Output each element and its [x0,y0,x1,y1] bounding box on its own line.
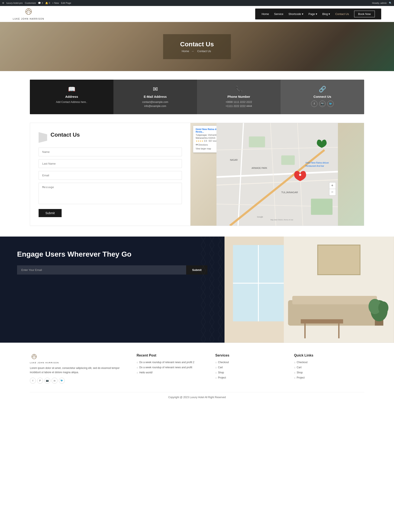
svg-text:Restaurant And bar: Restaurant And bar [306,165,324,167]
email-title: E-Mail Address [118,95,193,98]
email-input[interactable] [39,171,182,180]
hero-title: Contact Us [180,41,214,48]
recent-post-heading: Recent Post [137,354,207,357]
contact-form-heading: Contact Us [51,132,80,138]
site-header: LUKE JOHN HARRISON Home Service Shortcod… [0,6,394,22]
wp-icon[interactable]: ⚙ [2,2,4,5]
services-heading: Services [215,354,285,357]
footer-recent-post: Recent Post Do a week roundup of relevan… [137,354,207,384]
phone-text: +0000 1111 2222 2222 +1111 2222 2222 444… [201,100,276,108]
nav-service[interactable]: Service [274,12,283,16]
social-title: Connect Us [285,95,360,98]
service-item-cart: Cart [215,366,285,369]
svg-rect-13 [281,155,295,165]
contact-social-item: 🔗 Connect Us f 📷 🐦 [280,80,364,114]
breadcrumb-home[interactable]: Home [182,49,189,53]
contact-phone-item: 📞 Phone Number +0000 1111 2222 2222 +111… [197,80,280,114]
footer-linkedin-icon[interactable]: in [52,378,57,384]
quick-link-project: Project [294,376,364,379]
svg-text:TULJAINAGAR: TULJAINAGAR [281,191,298,194]
map-placeholder: ARWADE PARK TULJAINAGAR NAGAR Hotel New … [190,123,364,226]
recent-post-item-2: Do a week roundup of relevant news and p… [137,366,207,369]
facebook-icon[interactable]: f [311,101,317,107]
hero-content: Contact Us Home → Contact Us [163,34,231,59]
twitter-icon[interactable]: 🐦 [327,101,334,107]
svg-text:NAGAR: NAGAR [230,159,238,161]
hero-breadcrumb: Home → Contact Us [180,49,214,53]
lastname-input[interactable] [39,159,182,168]
contact-submit-button[interactable]: Submit [39,209,62,217]
recent-post-item-1: Do a week roundup of relevant news and p… [137,361,207,364]
nav-blog[interactable]: Blog ▾ [322,12,330,16]
logo[interactable]: LUKE JOHN HARRISON [13,8,44,20]
breadcrumb-current: Contact Us [197,49,211,53]
edit-page-link[interactable]: Edit Page [61,2,71,4]
contact-address-item: 📖 Address Add Contact Address here.. [30,80,114,114]
new-link[interactable]: + New [52,2,59,4]
svg-rect-34 [318,245,360,275]
notifications-link[interactable]: 🔔 0 [45,2,50,5]
svg-rect-12 [249,137,265,148]
phone-icon: 📞 [201,86,276,93]
nav-home[interactable]: Home [262,12,269,16]
footer-about-text: Lorem ipsum dolor sit amet, consectetur … [30,366,128,375]
site-link[interactable]: luxury-hotel-pro [6,2,23,4]
logo-icon [23,8,34,18]
social-icons-group: f 📷 🐦 [285,101,360,107]
book-now-button[interactable]: Book Now [354,11,375,17]
email-text: contact@example.com info@example.com [118,100,193,108]
recent-post-list: Do a week roundup of relevant news and p… [137,361,207,374]
admin-search-icon[interactable]: 🔍 [389,2,392,5]
message-input[interactable] [39,183,182,204]
nav-page[interactable]: Page ▾ [309,12,317,16]
contact-form-area: Contact Us Submit [30,123,190,226]
service-item-project: Project [215,376,285,379]
service-item-shop: Shop [215,371,285,374]
nav-contact[interactable]: Contact Us [335,12,349,16]
svg-text:+: + [331,183,333,188]
svg-point-43 [378,301,389,314]
recent-post-item-3: Hello world! [137,371,207,374]
contact-email-item: ✉ E-Mail Address contact@example.com inf… [114,80,197,114]
breadcrumb-separator: → [191,49,195,53]
footer-facebook-icon[interactable]: f [30,378,36,384]
quick-link-cart: Cart [294,366,364,369]
name-input[interactable] [39,148,182,156]
footer-quick-links: Quick Links Checkout Cart Shop Project [294,354,364,384]
share-icon: 🔗 [285,86,360,93]
svg-text:ARWADE PARK: ARWADE PARK [252,167,267,170]
footer-social-icons: f P 📷 in 🐦 [30,378,128,384]
nav-shortcode[interactable]: Shortcode ▾ [289,12,303,16]
svg-text:Map data ©2023 | Terms of Use: Map data ©2023 | Terms of Use [270,219,293,221]
footer-instagram-icon[interactable]: 📷 [44,378,50,384]
admin-bar-right: Howdy, admin 🔍 [372,2,392,5]
svg-text:−: − [331,190,333,194]
quick-links-heading: Quick Links [294,354,364,357]
howdy-label: Howdy, admin [372,2,387,4]
phone-title: Phone Number [201,95,276,98]
comments-link[interactable]: 💬 3 [38,2,43,5]
address-text: Add Contact Address here.. [34,100,109,104]
logo-text: LUKE JOHN HARRISON [13,18,44,20]
svg-rect-36 [292,296,377,304]
quick-link-shop: Shop [294,371,364,374]
svg-point-16 [299,174,301,176]
svg-text:Google: Google [257,216,263,218]
footer-twitter-icon[interactable]: 🐦 [59,378,65,384]
svg-rect-37 [301,319,343,324]
main-nav: Home Service Shortcode ▾ Page ▾ Blog ▾ C… [255,9,381,19]
contact-info-bar: 📖 Address Add Contact Address here.. ✉ E… [30,80,364,114]
instagram-icon[interactable]: 📷 [319,101,326,107]
hero-section: Contact Us Home → Contact Us [0,22,394,71]
newsletter-section: Engage Users Wherever They Go Submit [0,237,394,343]
admin-bar-left: ⚙ luxury-hotel-pro Customize 💬 3 🔔 0 + N… [2,2,71,5]
footer-logo-text: LUKE JOHN HARRISON [30,362,59,364]
svg-rect-14 [311,199,332,215]
address-title: Address [34,95,109,98]
footer-pinterest-icon[interactable]: P [37,378,43,384]
newsletter-form: Submit [17,265,207,275]
newsletter-heading: Engage Users Wherever They Go [17,249,207,259]
quick-link-checkout: Checkout [294,361,364,364]
newsletter-email-input[interactable] [17,265,186,275]
customize-link[interactable]: Customize [25,2,36,4]
